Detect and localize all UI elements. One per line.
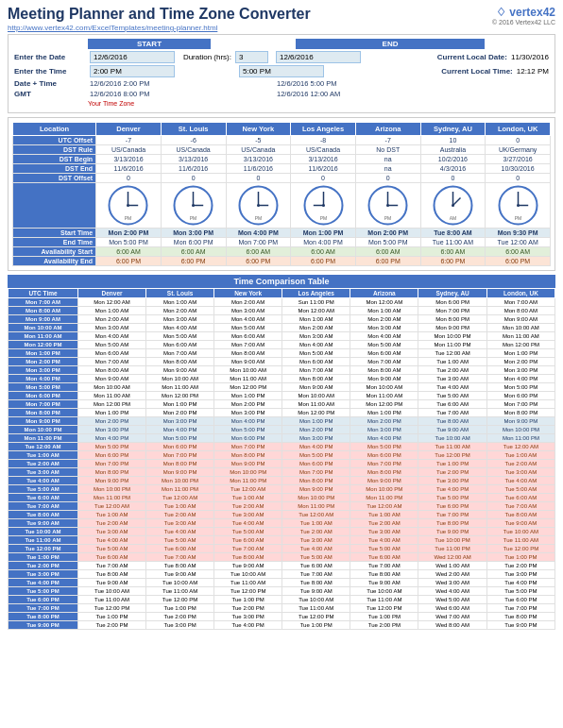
avail-start-label: Availability Start [13, 247, 96, 257]
time-cell: Tue 10:00 AM [350, 587, 418, 596]
logo-block: ♢ vertex42 © 2016 Vertex42 LLC [492, 6, 555, 25]
dsto-az: 0 [355, 174, 420, 183]
end-date-input[interactable] [276, 51, 361, 63]
time-cell: Mon 10:00 AM [350, 383, 418, 392]
time-cell: Mon 5:00 AM [282, 349, 350, 358]
time-cell: Tue 2:00 AM [282, 528, 350, 536]
dst-begin-row: DST Begin 3/13/2016 3/13/2016 3/13/2016 … [13, 155, 551, 164]
utc-time-cell: Tue 9:00 PM [9, 621, 78, 630]
time-cell: Tue 6:00 AM [282, 562, 350, 570]
st-newyork: Mon 4:00 PM [226, 229, 291, 238]
start-time-input[interactable] [90, 65, 175, 77]
time-cell: Tue 6:00 AM [350, 553, 418, 562]
start-date-input[interactable] [90, 51, 175, 63]
table-row: Tue 7:00 AMTue 12:00 AMTue 1:00 AMTue 2:… [9, 502, 555, 511]
time-cell: Tue 11:00 AM [282, 604, 350, 613]
utc-time-cell: Tue 6:00 AM [9, 494, 78, 502]
time-cell: Tue 12:00 PM [350, 604, 418, 613]
time-cell: Tue 5:00 AM [282, 553, 350, 562]
time-cell: Tue 11:00 AM [214, 579, 282, 587]
time-cell: Tue 7:00 AM [214, 545, 282, 553]
time-cell: Mon 6:00 AM [214, 332, 282, 341]
utc-time-cell: Mon 3:00 PM [9, 366, 78, 375]
time-cell: Tue 9:00 AM [214, 562, 282, 570]
time-cell: Mon 8:00 PM [77, 468, 145, 477]
time-cell: Tue 9:00 AM [486, 519, 554, 528]
table-row: Tue 10:00 AMTue 3:00 AMTue 4:00 AMTue 5:… [9, 528, 555, 536]
time-cell: Mon 1:00 PM [146, 400, 214, 409]
loc-header-denver: Denver [96, 123, 162, 136]
page-url[interactable]: http://www.vertex42.com/ExcelTemplates/m… [8, 24, 217, 32]
dsto-sydney: 0 [420, 174, 486, 183]
ae-london: 6:00 PM [486, 257, 551, 266]
time-cell: Tue 3:00 AM [282, 536, 350, 545]
time-cell: Mon 4:00 PM [350, 434, 418, 443]
time-cell: Tue 10:00 AM [418, 434, 486, 443]
time-cell: Tue 10:00 AM [146, 579, 214, 587]
time-cell: Tue 1:00 AM [486, 451, 554, 460]
utc-time-cell: Mon 4:00 PM [9, 375, 78, 383]
time-cell: Tue 7:00 AM [77, 562, 145, 570]
dste-london: 10/30/2016 [486, 164, 551, 174]
time-cell: Tue 5:00 AM [486, 485, 554, 494]
time-cell: Tue 5:00 AM [418, 392, 486, 400]
time-cell: Mon 7:00 PM [418, 307, 486, 315]
svg-text:PM: PM [384, 215, 392, 221]
loc-header-newyork: New York [226, 123, 291, 136]
time-cell: Tue 1:00 PM [418, 460, 486, 468]
start-datetime: 12/6/2016 2:00 PM [90, 79, 213, 88]
dsto-stlouis: 0 [161, 174, 226, 183]
time-cell: Mon 6:00 PM [282, 460, 350, 468]
time-cell: Tue 4:00 AM [350, 536, 418, 545]
table-row: Mon 8:00 AMMon 1:00 AMMon 2:00 AMMon 3:0… [9, 307, 555, 315]
time-cell: Mon 3:00 PM [350, 426, 418, 434]
time-cell: Tue 11:00 AM [418, 443, 486, 451]
svg-point-33 [517, 204, 520, 207]
time-cell: Mon 12:00 PM [486, 341, 554, 349]
time-cell: Mon 1:00 AM [77, 307, 145, 315]
utc-la: -8 [291, 136, 356, 145]
table-row: Tue 9:00 AMTue 2:00 AMTue 3:00 AMTue 4:0… [9, 519, 555, 528]
datetime-row: Date + Time 12/6/2016 2:00 PM 12/6/2016 … [14, 79, 549, 88]
loc-header-az: Arizona [355, 123, 420, 136]
time-cell: Mon 5:00 AM [350, 341, 418, 349]
time-cell: Mon 6:00 AM [77, 349, 145, 358]
time-cell: Tue 2:00 PM [214, 604, 282, 613]
time-cell: Tue 10:00 AM [486, 528, 554, 536]
clock-az: PM [355, 183, 420, 229]
time-cell: Tue 11:00 AM [350, 596, 418, 604]
duration-input[interactable] [235, 51, 268, 63]
time-cell: Mon 5:00 AM [214, 324, 282, 332]
time-cell: Mon 11:00 PM [77, 494, 145, 502]
table-row: Tue 12:00 PMTue 5:00 AMTue 6:00 AMTue 7:… [9, 545, 555, 553]
comp-header-utc: UTC Time [9, 289, 78, 298]
local-time-label: Current Local Time: [441, 67, 512, 76]
ae-stlouis: 6:00 PM [161, 257, 226, 266]
dst-denver: US/Canada [96, 145, 162, 155]
as-denver: 6:00 AM [96, 247, 162, 257]
ae-la: 6:00 PM [291, 257, 356, 266]
utc-az: -7 [355, 136, 420, 145]
time-cell: Mon 12:00 PM [77, 400, 145, 409]
time-cell: Tue 10:00 AM [282, 596, 350, 604]
time-cell: Mon 9:00 AM [350, 375, 418, 383]
time-cell: Mon 7:00 PM [146, 451, 214, 460]
comparison-table: UTC Time Denver St. Louis New York Los A… [8, 288, 555, 630]
et-denver: Mon 5:00 PM [96, 238, 162, 247]
time-cell: Tue 1:00 PM [350, 613, 418, 621]
time-cell: Tue 2:00 AM [418, 366, 486, 375]
utc-time-cell: Mon 10:00 AM [9, 324, 78, 332]
logo-name: ♢ vertex42 [492, 6, 555, 19]
utc-offset-label: UTC Offset [13, 136, 96, 145]
dstb-sydney: 10/2/2016 [420, 155, 486, 164]
time-cell: Mon 2:00 AM [282, 324, 350, 332]
time-cell: Mon 7:00 PM [77, 460, 145, 468]
as-stlouis: 6:00 AM [161, 247, 226, 257]
time-cell: Tue 6:00 AM [77, 553, 145, 562]
table-row: Tue 3:00 AMMon 8:00 PMMon 9:00 PMMon 10:… [9, 468, 555, 477]
time-cell: Wed 6:00 AM [418, 604, 486, 613]
time-cell: Mon 10:00 PM [77, 485, 145, 494]
time-cell: Mon 4:00 AM [350, 332, 418, 341]
time-cell: Mon 5:00 AM [146, 332, 214, 341]
end-time-input[interactable] [239, 65, 324, 77]
